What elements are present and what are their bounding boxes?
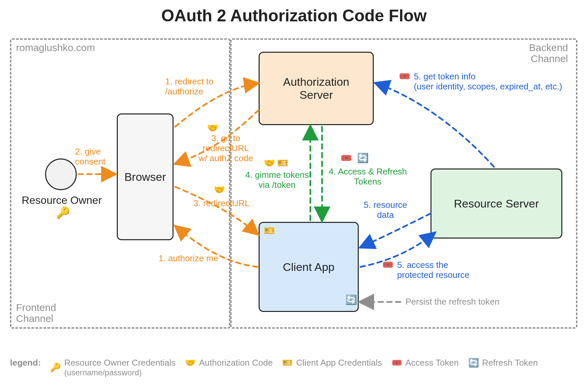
persist-label: Persist the refresh token [405,297,500,307]
step3b-label: 3. redirectURL [194,199,250,209]
legend-owner-creds-sub: (username/password) [64,368,176,377]
browser-node: Browser [117,113,174,240]
refresh-icon-persist: 🔄 [345,295,357,305]
ticket-access-icon-4b: 🎟️ [340,153,352,163]
resource-owner-node [45,158,77,190]
legend: legend: 🔑 Resource Owner Credentials (us… [10,358,578,377]
step1a-label: 1. redirect to /authorize [165,77,214,97]
handshake-icon-4a: 🤝 [264,158,275,168]
ticket-access-icon: 🎟️ [391,358,402,368]
step4b-label: 4. Access & Refresh Tokens [329,167,407,187]
legend-refresh-token: 🔄 Refresh Token [468,358,538,368]
handshake-icon-3a: 🤝 [207,123,219,133]
handshake-icon-3b: 🤝 [214,185,225,195]
auth-server-label: Authorization Server [283,75,349,101]
resource-server-label: Resource Server [454,197,539,210]
step3a-label: 3. go to redirectURL w/ authZ code [199,133,253,163]
refresh-icon-4b: 🔄 [357,153,369,163]
step5b-label: 5. resource data [364,200,407,220]
ticket-access-icon-5a: 🎟️ [399,72,410,81]
refresh-icon: 🔄 [468,358,479,368]
step1b-label: 1. authorize me [159,254,218,264]
legend-refresh-token-text: Refresh Token [482,358,538,368]
ticket-client-icon: 🎫 [282,358,293,368]
legend-client-creds-text: Client App Credentials [296,358,382,368]
diagram-stage: OAuth 2 Authorization Code Flow romaglus… [0,0,588,384]
legend-owner-creds-text: Resource Owner Credentials [64,358,176,368]
key-icon: 🔑 [50,362,61,373]
frontend-channel-label: Frontend Channel [16,302,56,324]
ticket-access-icon-5c: 🎟️ [382,260,394,270]
step5c-label: 5. access the protected resource [397,260,470,280]
ticket-client-icon: 🎫 [264,226,275,236]
key-icon: 🔑 [56,207,70,218]
backend-channel-label: Backend Channel [529,42,568,64]
auth-server-node: Authorization Server [259,52,374,125]
step4a-label: 4. gimme tokens via /token [245,170,309,190]
client-app-label: Client App [283,261,335,274]
legend-owner-creds: 🔑 Resource Owner Credentials (username/p… [50,358,176,377]
legend-access-token: 🎟️ Access Token [391,358,459,368]
resource-server-node: Resource Server [430,168,562,239]
handshake-icon: 🤝 [185,358,196,368]
resource-owner-label: Resource Owner [18,194,105,207]
legend-auth-code-text: Authorization Code [199,358,273,368]
legend-label: legend: [10,358,41,368]
legend-access-token-text: Access Token [405,358,459,368]
browser-label: Browser [124,170,166,183]
attribution-label: romaglushko.com [16,42,95,53]
ticket-client-icon-4a: 🎫 [277,158,289,168]
legend-client-creds: 🎫 Client App Credentials [282,358,382,368]
legend-auth-code: 🤝 Authorization Code [185,358,273,368]
step5a-label: 5. get token info (user identity, scopes… [414,72,562,92]
diagram-title: OAuth 2 Authorization Code Flow [0,6,588,25]
step2-label: 2. give consent [75,147,105,167]
